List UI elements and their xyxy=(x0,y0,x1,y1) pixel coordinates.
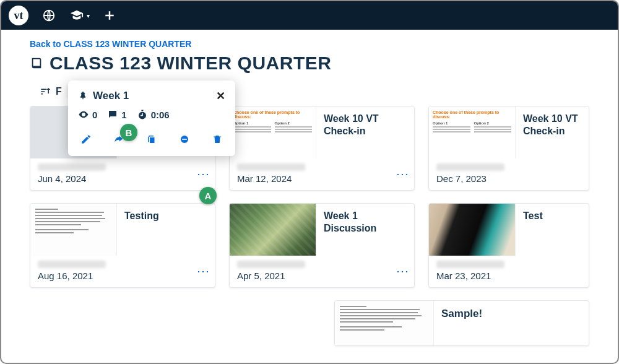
stopwatch-icon xyxy=(137,109,148,120)
more-menu-icon[interactable]: ⋮ xyxy=(200,168,207,184)
popover-title: Week 1 xyxy=(93,90,129,102)
plus-icon[interactable] xyxy=(103,9,116,22)
card-title: Test xyxy=(516,204,589,256)
author-placeholder xyxy=(237,163,305,171)
author-placeholder xyxy=(237,261,305,268)
card-title: Week 10 VT Check-in xyxy=(516,106,589,158)
card-thumbnail: Choose one of these prompts to discuss: … xyxy=(230,106,316,158)
callout-badge-a: A xyxy=(199,187,217,204)
title-row: CLASS 123 WINTER QUARTER xyxy=(30,53,589,74)
author-placeholder xyxy=(38,163,106,171)
card-date: Mar 23, 2021 xyxy=(436,271,504,281)
page-content: Back to CLASS 123 WINTER QUARTER CLASS 1… xyxy=(1,30,618,346)
copy-icon[interactable] xyxy=(146,134,157,145)
topic-card[interactable]: Choose one of these prompts to discuss: … xyxy=(229,106,415,191)
more-menu-icon[interactable]: ⋮ xyxy=(200,266,207,281)
topic-card[interactable]: Testing Aug 16, 2021 ⋮ xyxy=(30,203,215,288)
prompt-header: Choose one of these prompts to discuss: xyxy=(233,110,312,119)
topic-popover: Week 1 ✕ 0 1 0:06 xyxy=(68,80,235,156)
edit-icon[interactable] xyxy=(80,134,92,145)
more-menu-icon[interactable]: ⋮ xyxy=(399,266,407,281)
svg-rect-2 xyxy=(182,139,187,140)
topic-card[interactable]: Week 1 Discussion Apr 5, 2021 ⋮ xyxy=(229,203,415,288)
pin-icon xyxy=(78,91,88,101)
popover-actions xyxy=(78,134,225,145)
popover-stats: 0 1 0:06 xyxy=(78,109,225,120)
page-title: CLASS 123 WINTER QUARTER xyxy=(50,53,331,74)
card-thumbnail xyxy=(335,301,434,345)
card-date: Dec 7, 2023 xyxy=(436,173,504,184)
remove-icon[interactable] xyxy=(179,134,190,145)
back-link[interactable]: Back to CLASS 123 WINTER QUARTER xyxy=(30,39,191,49)
author-placeholder xyxy=(38,261,106,268)
card-date: Mar 12, 2024 xyxy=(237,173,305,184)
top-bar: vt ▾ xyxy=(1,1,618,30)
card-thumbnail xyxy=(30,204,117,256)
chevron-down-icon: ▾ xyxy=(87,12,90,19)
card-thumbnail xyxy=(230,204,316,256)
app-logo[interactable]: vt xyxy=(9,6,28,25)
book-icon xyxy=(30,56,43,70)
more-menu-icon[interactable]: ⋮ xyxy=(399,168,407,184)
filter-label-prefix: F xyxy=(56,86,62,97)
views-count: 0 xyxy=(92,110,97,120)
logo-text: vt xyxy=(14,9,24,22)
globe-icon[interactable] xyxy=(42,9,56,22)
card-date: Apr 5, 2021 xyxy=(237,271,305,281)
author-placeholder xyxy=(436,261,504,268)
comments-count: 1 xyxy=(121,110,126,120)
author-placeholder xyxy=(436,163,504,171)
close-icon[interactable]: ✕ xyxy=(216,89,225,103)
topic-card[interactable]: Test Mar 23, 2021 xyxy=(428,203,589,288)
duration-value: 0:06 xyxy=(151,110,170,120)
card-date: Aug 16, 2021 xyxy=(38,271,106,281)
topic-card[interactable]: Sample! xyxy=(334,300,589,346)
card-thumbnail: Choose one of these prompts to discuss: … xyxy=(429,106,516,158)
card-title: Sample! xyxy=(434,301,589,345)
prompt-header: Choose one of these prompts to discuss: xyxy=(433,110,511,119)
sort-icon xyxy=(40,86,51,97)
callout-badge-b: B xyxy=(120,124,137,141)
graduation-cap-icon[interactable]: ▾ xyxy=(69,9,90,22)
card-thumbnail xyxy=(429,204,516,256)
trash-icon[interactable] xyxy=(212,134,223,145)
card-title: Week 1 Discussion xyxy=(316,204,414,256)
comment-icon xyxy=(107,109,118,120)
topic-card[interactable]: Choose one of these prompts to discuss: … xyxy=(428,106,589,191)
card-title: Week 10 VT Check-in xyxy=(316,106,414,158)
eye-icon xyxy=(78,109,89,120)
card-title: Testing xyxy=(117,204,215,256)
card-date: Jun 4, 2024 xyxy=(38,173,106,184)
